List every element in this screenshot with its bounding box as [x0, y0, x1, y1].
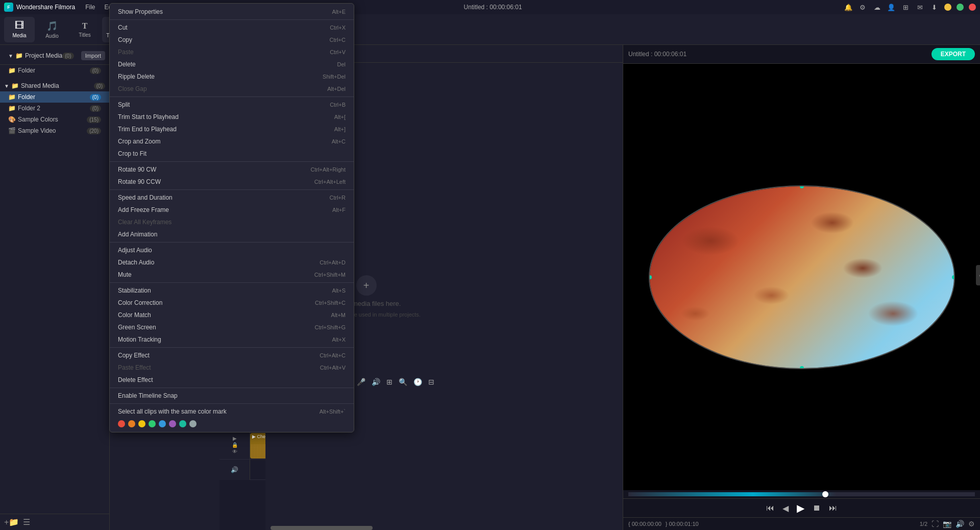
add-media-icon[interactable]: + — [356, 275, 377, 296]
stop-button[interactable]: ⏹ — [813, 503, 821, 513]
settings-icon[interactable]: ⚙ — [857, 2, 868, 12]
menu-item-rotate-90-cw[interactable]: Rotate 90 CWCtrl+Alt+Right — [110, 163, 354, 176]
menu-item-shortcut: Ctrl+V — [330, 49, 346, 55]
timeline-clock-icon[interactable]: 🕐 — [411, 377, 424, 387]
menu-item-cut[interactable]: CutCtrl+X — [110, 21, 354, 34]
menu-item-stabilization[interactable]: StabilizationAlt+S — [110, 284, 354, 297]
menu-item-motion-tracking[interactable]: Motion TrackingAlt+X — [110, 333, 354, 346]
menu-item-crop-to-fit[interactable]: Crop to Fit — [110, 148, 354, 160]
zoom-out-icon[interactable]: 🔍 — [397, 377, 409, 387]
color-dot-5[interactable] — [169, 420, 176, 427]
full-screen-icon[interactable]: ⛶ — [932, 520, 939, 528]
sidebar-item-folder[interactable]: 📁 Folder (0) — [0, 65, 109, 76]
notification-icon[interactable]: 🔔 — [843, 2, 853, 12]
scrollbar-thumb[interactable] — [271, 526, 373, 530]
menu-item-color-correction[interactable]: Color CorrectionCtrl+Shift+C — [110, 297, 354, 309]
track-content-video2[interactable]: ▶ Cherry Blossom — [250, 431, 265, 459]
minimize-button[interactable] — [944, 4, 951, 11]
add-folder-icon[interactable]: +📁 — [4, 517, 19, 527]
handle-tr[interactable] — [952, 185, 955, 188]
timeline-expand-icon[interactable]: ⊟ — [426, 377, 436, 387]
handle-tl[interactable] — [649, 185, 652, 188]
clip-cherry1[interactable]: ▶ Cherry Blossom — [250, 433, 265, 459]
color-dot-1[interactable] — [128, 420, 135, 427]
prev-frame-button[interactable]: ⏮ — [766, 503, 774, 513]
menu-item-adjust-audio[interactable]: Adjust Audio — [110, 244, 354, 256]
menu-item-copy-effect[interactable]: Copy EffectCtrl+Alt+C — [110, 349, 354, 362]
menu-item-enable-timeline-snap[interactable]: Enable Timeline Snap — [110, 390, 354, 402]
menu-item-green-screen[interactable]: Green ScreenCtrl+Shift+G — [110, 321, 354, 333]
preview-controls: ⏮ ◀ ▶ ⏹ ⏭ — [623, 498, 980, 517]
track-audio-icon[interactable]: 🔊 — [231, 466, 238, 473]
color-dot-6[interactable] — [179, 420, 186, 427]
menu-item-detach-audio[interactable]: Detach AudioCtrl+Alt+D — [110, 256, 354, 269]
menu-separator — [110, 403, 354, 404]
color-dot-0[interactable] — [118, 420, 125, 427]
handle-bottom[interactable] — [800, 366, 804, 369]
layout-icon[interactable]: ⊞ — [900, 2, 911, 12]
menu-item-delete[interactable]: DeleteDel — [110, 58, 354, 70]
menu-item-shortcut: Ctrl+B — [330, 102, 346, 108]
import-button[interactable]: Import — [81, 51, 105, 60]
color-dot-3[interactable] — [149, 420, 156, 427]
menu-item-rotate-90-ccw[interactable]: Rotate 90 CCWCtrl+Alt+Left — [110, 176, 354, 188]
shared-media-count: (0) — [94, 83, 105, 89]
menu-item-delete-effect[interactable]: Delete Effect — [110, 374, 354, 386]
cloud-icon[interactable]: ☁ — [872, 2, 882, 12]
export-button[interactable]: EXPORT — [932, 48, 975, 60]
handle-br[interactable] — [952, 366, 955, 369]
menu-item-add-animation[interactable]: Add Animation — [110, 228, 354, 240]
menu-item-label: Ripple Delete — [118, 73, 323, 80]
snapshot-icon[interactable]: 📷 — [943, 520, 951, 528]
color-dot-2[interactable] — [138, 420, 145, 427]
mic-icon[interactable]: 🎤 — [355, 377, 368, 387]
preview-playhead[interactable] — [822, 491, 828, 497]
menu-item-show-properties[interactable]: Show PropertiesAlt+E — [110, 6, 354, 18]
project-media-toggle[interactable]: ▼ 📁 Project Media (0) — [4, 50, 78, 61]
toolbar-audio[interactable]: 🎵 Audio — [37, 17, 67, 42]
shared-media-toggle[interactable]: ▼ 📁 Shared Media (0) — [0, 80, 109, 91]
toolbar-titles[interactable]: T Titles — [69, 17, 100, 42]
mail-icon[interactable]: ✉ — [915, 2, 925, 12]
menu-item-crop-and-zoom[interactable]: Crop and ZoomAlt+C — [110, 135, 354, 148]
person-icon[interactable]: 👤 — [886, 2, 896, 12]
menu-item-speed-and-duration[interactable]: Speed and DurationCtrl+R — [110, 191, 354, 204]
sidebar-item-sample-colors[interactable]: 🎨 Sample Colors (15) — [0, 114, 109, 125]
step-back-button[interactable]: ◀ — [782, 503, 789, 513]
menu-item-mute[interactable]: MuteCtrl+Shift+M — [110, 269, 354, 281]
sidebar-item-sample-video[interactable]: 🎬 Sample Video (20) — [0, 125, 109, 136]
menu-item-trim-start-to-playhead[interactable]: Trim Start to PlayheadAlt+[ — [110, 111, 354, 123]
color-dot-4[interactable] — [159, 420, 166, 427]
preview-video — [623, 64, 980, 490]
track-eye2-icon[interactable]: 👁 — [232, 449, 237, 454]
maximize-button[interactable] — [957, 4, 964, 11]
color-dot-7[interactable] — [189, 420, 197, 427]
menu-item-add-freeze-frame[interactable]: Add Freeze FrameAlt+F — [110, 204, 354, 216]
handle-bl[interactable] — [649, 366, 652, 369]
volume-icon[interactable]: 🔊 — [955, 520, 964, 528]
menu-file[interactable]: File — [81, 3, 99, 12]
list-view-icon[interactable]: ☰ — [23, 517, 30, 527]
play-button[interactable]: ▶ — [797, 502, 804, 514]
toolbar-media[interactable]: 🎞 Media — [4, 17, 35, 42]
close-button[interactable] — [969, 4, 976, 11]
sidebar-item-folder-active[interactable]: 📁 Folder (0) — [0, 91, 109, 103]
preview-progress-bar[interactable] — [628, 492, 975, 496]
sidebar-item-folder2[interactable]: 📁 Folder 2 (0) — [0, 103, 109, 114]
track-lock2-icon[interactable]: 🔒 — [232, 442, 238, 448]
menu-item-ripple-delete[interactable]: Ripple DeleteShift+Del — [110, 70, 354, 83]
audio-btn[interactable]: 🔊 — [370, 377, 382, 387]
split-icon[interactable]: ⊞ — [384, 377, 395, 387]
settings2-icon[interactable]: ⚙ — [968, 520, 975, 528]
next-frame-button[interactable]: ⏭ — [829, 503, 837, 513]
menu-item-copy[interactable]: CopyCtrl+C — [110, 34, 354, 46]
menu-item-select-all-clips-with-the-same-color-mark[interactable]: Select all clips with the same color mar… — [110, 405, 354, 418]
menu-item-split[interactable]: SplitCtrl+B — [110, 99, 354, 111]
menu-item-trim-end-to-playhead[interactable]: Trim End to PlayheadAlt+] — [110, 123, 354, 135]
menu-item-color-match[interactable]: Color MatchAlt+M — [110, 309, 354, 321]
download-icon[interactable]: ⬇ — [929, 2, 939, 12]
handle-right[interactable] — [952, 275, 955, 279]
menu-item-shortcut: Alt+M — [331, 312, 346, 318]
menu-item-shortcut: Del — [337, 61, 346, 67]
track-label-video2: ▶ 🔒 👁 — [219, 431, 250, 459]
